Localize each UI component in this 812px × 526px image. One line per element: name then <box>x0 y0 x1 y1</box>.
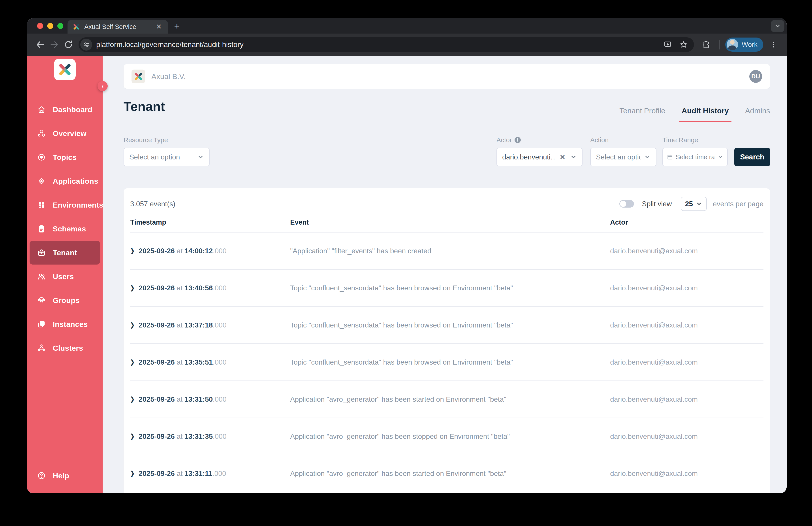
browser-profile-chip[interactable]: Work <box>725 38 763 52</box>
split-view-toggle[interactable] <box>619 200 634 208</box>
page-size-select[interactable]: 25 <box>681 197 707 211</box>
sidebar-item-clusters[interactable]: Clusters <box>27 336 103 360</box>
row-expand-chevron-icon[interactable]: ❯ <box>130 284 135 292</box>
table-row-partial <box>130 492 764 493</box>
time-range-picker[interactable]: Select time range <box>663 148 728 166</box>
timestamp-cell: 2025-09-26 at 13:31:11.000 <box>139 469 226 478</box>
schemas-icon <box>37 225 46 233</box>
actor-cell: dario.benvenuti@axual.com <box>610 432 764 441</box>
tab-admins[interactable]: Admins <box>745 106 770 122</box>
user-avatar[interactable]: DU <box>749 70 762 83</box>
org-logo-icon <box>131 70 145 83</box>
resource-type-select[interactable]: Select an option <box>124 148 209 166</box>
table-row[interactable]: ❯2025-09-26 at 13:37:18.000Topic "conflu… <box>130 307 764 344</box>
page-tabs: Tenant ProfileAudit HistoryAdmins <box>619 106 770 122</box>
sidebar-item-label: Dashboard <box>53 105 92 114</box>
address-bar[interactable]: platform.local/governance/tenant/audit-h… <box>78 37 694 52</box>
table-row[interactable]: ❯2025-09-26 at 13:40:56.000Topic "conflu… <box>130 270 764 307</box>
sidebar-nav: DashboardOverviewTopicsApplicationsEnvir… <box>27 98 103 360</box>
sidebar-item-label: Groups <box>53 296 79 305</box>
timestamp-cell: 2025-09-26 at 13:37:18.000 <box>139 321 227 329</box>
sidebar: ‹ DashboardOverviewTopicsApplicationsEnv… <box>27 56 103 493</box>
actor-cell: dario.benvenuti@axual.com <box>610 395 764 403</box>
back-button[interactable] <box>33 38 47 52</box>
url-text[interactable]: platform.local/governance/tenant/audit-h… <box>96 40 658 49</box>
table-row[interactable]: ❯2025-09-26 at 14:00:12.000"Application"… <box>130 232 764 270</box>
main-content: Axual B.V. DU Tenant Tenant ProfileAudit… <box>103 56 787 493</box>
column-header-actor: Actor <box>610 218 764 226</box>
sidebar-item-dashboard[interactable]: Dashboard <box>27 98 103 122</box>
row-expand-chevron-icon[interactable]: ❯ <box>130 359 135 366</box>
toolbar-divider <box>719 40 720 49</box>
org-header-card: Axual B.V. DU <box>124 64 770 89</box>
close-window-button[interactable] <box>37 23 43 29</box>
maximize-window-button[interactable] <box>57 23 63 29</box>
row-expand-chevron-icon[interactable]: ❯ <box>130 470 135 477</box>
filters-bar: Resource Type Select an option Actori da… <box>124 136 770 166</box>
actor-combobox[interactable]: dario.benvenuti… ✕ <box>496 148 582 166</box>
forward-button[interactable] <box>47 38 61 52</box>
sidebar-collapse-button[interactable]: ‹ <box>98 81 108 91</box>
overview-icon <box>37 129 46 138</box>
browser-tab[interactable]: Axual Self Service ✕ <box>68 20 168 33</box>
sidebar-item-help[interactable]: Help <box>27 464 103 487</box>
profile-avatar <box>727 39 738 51</box>
timestamp-cell: 2025-09-26 at 14:00:12.000 <box>139 247 227 255</box>
minimize-window-button[interactable] <box>47 23 53 29</box>
site-settings-icon[interactable] <box>80 39 92 51</box>
timestamp-cell: 2025-09-26 at 13:40:56.000 <box>139 284 227 292</box>
action-select[interactable]: Select an option <box>590 148 656 166</box>
sidebar-item-environments[interactable]: Environments <box>27 193 103 217</box>
row-expand-chevron-icon[interactable]: ❯ <box>130 433 135 440</box>
sidebar-item-label: Schemas <box>53 225 86 233</box>
chevron-down-icon <box>197 154 204 160</box>
reload-button[interactable] <box>61 38 75 52</box>
actor-cell: dario.benvenuti@axual.com <box>610 358 764 366</box>
search-button[interactable]: Search <box>734 148 770 166</box>
clear-actor-icon[interactable]: ✕ <box>559 153 567 161</box>
tenant-icon <box>37 248 46 257</box>
sidebar-item-overview[interactable]: Overview <box>27 122 103 145</box>
sidebar-item-users[interactable]: Users <box>27 265 103 288</box>
sidebar-item-instances[interactable]: Instances <box>27 312 103 336</box>
event-cell: "Application" "filter_events" has been c… <box>290 247 610 255</box>
row-expand-chevron-icon[interactable]: ❯ <box>130 322 135 329</box>
sidebar-item-schemas[interactable]: Schemas <box>27 217 103 241</box>
browser-window: Axual Self Service ✕ + platform.local/go… <box>27 18 787 493</box>
table-row[interactable]: ❯2025-09-26 at 13:31:35.000Application "… <box>130 418 764 455</box>
event-cell: Application "avro_generator" has been st… <box>290 432 610 441</box>
tab-search-chevron-button[interactable] <box>771 20 784 32</box>
actor-cell: dario.benvenuti@axual.com <box>610 469 764 478</box>
axual-favicon-icon <box>73 23 80 30</box>
browser-menu-kebab-icon[interactable] <box>766 38 781 52</box>
event-cell: Topic "confluent_sensordata" has been br… <box>290 358 610 366</box>
event-cell: Application "avro_generator" has been st… <box>290 395 610 403</box>
tab-audit-history[interactable]: Audit History <box>682 106 729 122</box>
sidebar-item-groups[interactable]: Groups <box>27 288 103 312</box>
audit-table-card: 3.057 event(s) Split view 25 events per … <box>124 188 770 493</box>
sidebar-item-label: Instances <box>53 320 88 329</box>
instances-icon <box>37 320 46 328</box>
app-root: ‹ DashboardOverviewTopicsApplicationsEnv… <box>27 56 787 493</box>
tab-tenant-profile[interactable]: Tenant Profile <box>619 106 665 122</box>
table-row[interactable]: ❯2025-09-26 at 13:31:11.000Application "… <box>130 455 764 492</box>
bookmark-star-icon[interactable] <box>678 39 690 51</box>
axual-logo[interactable] <box>54 59 76 80</box>
row-expand-chevron-icon[interactable]: ❯ <box>130 247 135 254</box>
row-expand-chevron-icon[interactable]: ❯ <box>130 396 135 403</box>
calendar-icon <box>667 154 673 160</box>
sidebar-item-applications[interactable]: Applications <box>27 169 103 193</box>
sidebar-item-tenant[interactable]: Tenant <box>30 241 100 265</box>
extensions-puzzle-icon[interactable] <box>699 38 713 52</box>
sidebar-item-topics[interactable]: Topics <box>27 145 103 169</box>
table-row[interactable]: ❯2025-09-26 at 13:35:51.000Topic "conflu… <box>130 344 764 381</box>
tab-close-icon[interactable]: ✕ <box>155 23 163 31</box>
install-app-icon[interactable] <box>662 39 673 51</box>
page-title-row: Tenant Tenant ProfileAudit HistoryAdmins <box>124 99 770 122</box>
groups-icon <box>37 296 46 304</box>
table-row[interactable]: ❯2025-09-26 at 13:31:50.000Application "… <box>130 381 764 418</box>
new-tab-button[interactable]: + <box>174 21 180 31</box>
info-icon[interactable]: i <box>514 137 521 143</box>
split-view-label: Split view <box>642 200 672 208</box>
chevron-down-icon <box>644 154 651 160</box>
